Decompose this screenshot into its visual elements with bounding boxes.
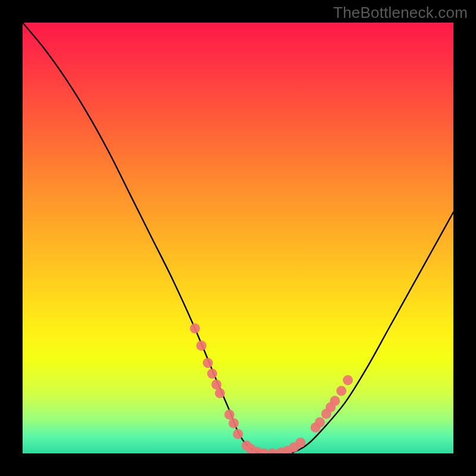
chart-overlay [23, 23, 453, 453]
svg-point-19 [315, 417, 325, 427]
svg-point-8 [233, 429, 243, 439]
svg-point-5 [215, 388, 225, 398]
svg-point-3 [207, 369, 217, 379]
chart-stage: TheBottleneck.com [0, 0, 476, 476]
watermark-text: TheBottleneck.com [333, 4, 468, 22]
svg-point-4 [211, 380, 221, 390]
svg-point-13 [267, 449, 277, 454]
svg-point-17 [295, 437, 305, 447]
svg-point-23 [336, 386, 346, 396]
plot-area [23, 23, 453, 453]
svg-point-7 [228, 418, 239, 428]
highlight-dots [190, 324, 353, 453]
svg-point-22 [330, 396, 340, 406]
svg-point-2 [203, 358, 213, 368]
svg-point-0 [190, 324, 200, 334]
svg-point-24 [343, 375, 353, 385]
svg-point-6 [224, 409, 234, 419]
svg-point-1 [196, 341, 206, 351]
curve-line [23, 23, 453, 453]
